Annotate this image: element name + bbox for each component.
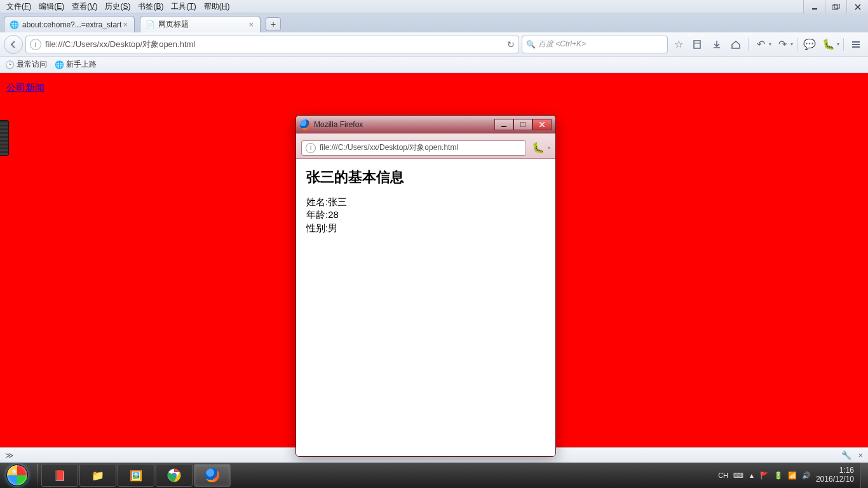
bookmarks-toolbar: 🕑 最常访问 🌐 新手上路	[0, 57, 868, 73]
popup-url-bar[interactable]: i file:///C:/Users/xx/Desktop/对象open.htm…	[301, 140, 526, 156]
company-news-link[interactable]: 公司新闻	[6, 82, 44, 94]
taskbar-item-firefox[interactable]	[194, 464, 231, 487]
bookmark-item-getting-started[interactable]: 🌐 新手上路	[55, 59, 97, 70]
window-controls	[803, 0, 868, 13]
system-tray: CH ⌨ ▲ 🚩 🔋 📶 🔊 1:16 2016/12/10	[712, 463, 860, 488]
photo-icon: 🖼️	[127, 466, 145, 484]
search-icon: 🔍	[526, 40, 536, 49]
bookmark-item-most-visited[interactable]: 🕑 最常访问	[5, 59, 47, 70]
taskbar-item-photo[interactable]: 🖼️	[118, 464, 154, 487]
flag-icon[interactable]: 🚩	[760, 471, 769, 480]
tray-overflow-button[interactable]: ▲	[749, 472, 755, 479]
popup-minimize-button[interactable]	[494, 119, 513, 130]
separator	[797, 38, 797, 51]
popup-heading: 张三的基本信息	[306, 168, 545, 187]
library-button[interactable]	[689, 36, 706, 53]
tray-clock[interactable]: 1:16 2016/12/10	[816, 466, 854, 484]
clock-date: 2016/12/10	[816, 475, 854, 484]
svg-rect-8	[520, 122, 526, 127]
critter-icon[interactable]: 🐛	[820, 36, 837, 53]
taskbar-item-chrome[interactable]	[156, 464, 193, 487]
firefox-logo-icon	[300, 119, 310, 130]
taskbar-item-app1[interactable]: 📕	[41, 464, 78, 487]
popup-url-text: file:///C:/Users/xx/Desktop/对象open.html	[320, 142, 522, 153]
battery-icon[interactable]: 🔋	[774, 471, 783, 480]
popup-titlebar[interactable]: Mozilla Firefox	[296, 116, 555, 133]
chrome-icon	[165, 466, 183, 484]
svg-rect-1	[832, 5, 837, 10]
menu-history[interactable]: 历史(S)	[101, 1, 134, 13]
popup-close-button[interactable]	[532, 119, 552, 130]
popup-maximize-button[interactable]	[513, 119, 532, 130]
tab-title: about:cehome?...=extra_start	[22, 20, 121, 29]
dropdown-icon[interactable]: ▾	[548, 145, 550, 151]
search-placeholder: 百度 <Ctrl+K>	[538, 39, 586, 50]
show-desktop-button[interactable]	[860, 463, 868, 488]
tab-1[interactable]: 📄 网页标题 ×	[140, 16, 261, 32]
menu-tools[interactable]: 工具(T)	[167, 1, 200, 13]
tab-close-button[interactable]: ×	[247, 20, 255, 29]
undo-button[interactable]: ↶	[752, 36, 769, 53]
folder-icon: 📁	[89, 466, 107, 484]
separator	[748, 38, 749, 51]
svg-rect-0	[812, 8, 817, 10]
start-button[interactable]	[0, 463, 34, 488]
windows-logo-icon	[6, 464, 28, 486]
popup-toolbar: i file:///C:/Users/xx/Desktop/对象open.htm…	[296, 133, 555, 159]
tab-strip: 🌐 about:cehome?...=extra_start × 📄 网页标题 …	[0, 13, 868, 32]
menu-bookmark[interactable]: 书签(B)	[134, 1, 167, 13]
network-icon[interactable]: 📶	[788, 471, 797, 480]
tab-title: 网页标题	[158, 19, 189, 30]
volume-icon[interactable]: 🔊	[802, 471, 811, 480]
site-info-icon[interactable]: i	[306, 143, 316, 153]
window-close-button[interactable]	[846, 0, 868, 13]
reload-button[interactable]: ↻	[507, 39, 515, 50]
separator	[843, 38, 844, 51]
taskbar-item-explorer[interactable]: 📁	[79, 464, 116, 487]
window-minimize-button[interactable]	[803, 0, 825, 13]
menu-file[interactable]: 文件(F)	[3, 1, 35, 13]
nav-bar: i file:///C:/Users/xx/Desktop/对象open.htm…	[0, 32, 868, 57]
chat-icon[interactable]: 💬	[801, 36, 818, 53]
separator	[37, 464, 38, 487]
bookmark-star-button[interactable]: ☆	[670, 36, 687, 53]
menu-help[interactable]: 帮助(H)	[200, 1, 234, 13]
menu-edit[interactable]: 编辑(E)	[35, 1, 68, 13]
menu-bar: 文件(F) 编辑(E) 查看(V) 历史(S) 书签(B) 工具(T) 帮助(H…	[0, 0, 868, 13]
back-arrow-icon	[9, 40, 18, 49]
windows-taskbar: 📕 📁 🖼️ CH ⌨ ▲ 🚩 🔋 📶 🔊 1:16 2016/12/10	[0, 463, 868, 488]
home-button[interactable]	[728, 36, 744, 53]
globe-icon: 🌐	[10, 20, 18, 29]
close-addonbar-button[interactable]: ×	[858, 451, 863, 460]
side-handle[interactable]	[0, 120, 9, 156]
popup-line-name: 姓名:张三	[306, 196, 545, 208]
dropdown-icon[interactable]: ▾	[790, 41, 793, 47]
window-restore-button[interactable]	[825, 0, 846, 13]
critter-icon[interactable]: 🐛	[530, 140, 546, 156]
firefox-icon	[203, 466, 221, 484]
ime-tool-icon[interactable]: ⌨	[733, 471, 743, 480]
site-info-icon[interactable]: i	[30, 39, 41, 50]
tab-close-button[interactable]: ×	[121, 20, 129, 29]
ime-indicator[interactable]: CH	[718, 471, 728, 479]
redo-button[interactable]: ↷	[774, 36, 790, 53]
url-bar[interactable]: i file:///C:/Users/xx/Desktop/对象open.htm…	[25, 36, 519, 53]
most-visited-icon: 🕑	[5, 60, 14, 69]
bookmark-label: 新手上路	[66, 59, 97, 70]
hamburger-menu-button[interactable]	[848, 36, 864, 53]
back-button[interactable]	[4, 35, 23, 54]
dropdown-icon[interactable]: ▾	[769, 41, 771, 47]
search-bar[interactable]: 🔍 百度 <Ctrl+K>	[522, 36, 668, 53]
bookmark-label: 最常访问	[17, 59, 47, 70]
clock-time: 1:16	[816, 466, 854, 475]
page-icon: 📄	[146, 20, 154, 29]
page-content: 公司新闻 Mozilla Firefox i file:///C:/Users/…	[0, 73, 868, 447]
downloads-button[interactable]	[709, 36, 725, 53]
svg-rect-2	[834, 4, 839, 8]
addon-prompt[interactable]: ≫	[5, 451, 14, 460]
tab-0[interactable]: 🌐 about:cehome?...=extra_start ×	[4, 16, 135, 32]
dropdown-icon[interactable]: ▾	[837, 41, 839, 47]
devtools-button[interactable]: 🔧	[841, 451, 851, 460]
menu-view[interactable]: 查看(V)	[68, 1, 101, 13]
new-tab-button[interactable]: +	[266, 17, 281, 31]
